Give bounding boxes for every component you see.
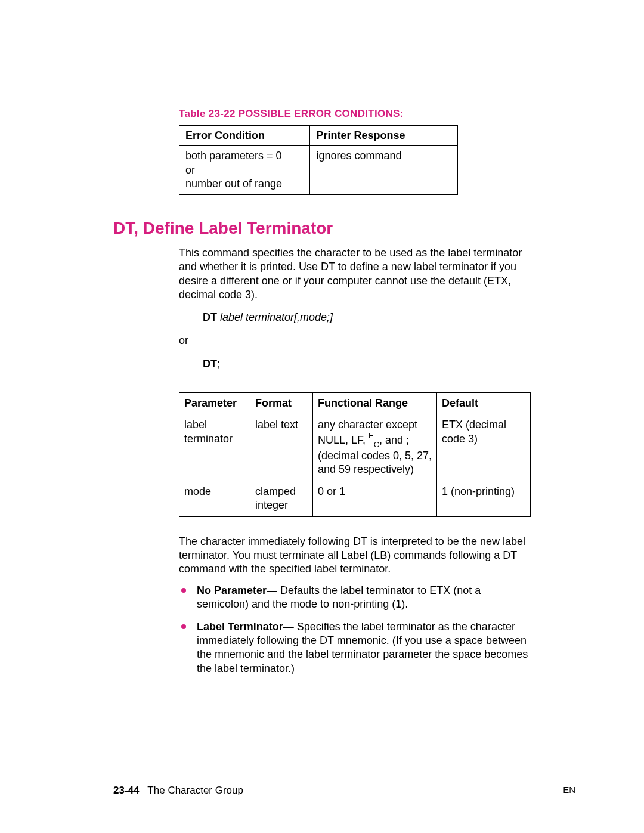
bullet-bold: No Parameter xyxy=(197,584,267,596)
table-row: both parameters = 0 or number out of ran… xyxy=(179,146,458,194)
th-printer-response: Printer Response xyxy=(310,126,458,146)
syntax-keyword: DT xyxy=(203,311,217,323)
cell-format: clamped integer xyxy=(250,481,313,516)
footer-right: EN xyxy=(563,784,575,796)
body-paragraph: The character immediately following DT i… xyxy=(179,535,531,577)
syntax-tail: ; xyxy=(217,358,220,370)
intro-paragraph: This command specifies the character to … xyxy=(179,246,531,302)
syntax-line-1: DT label terminator[,mode;] xyxy=(203,311,575,324)
cell-default: 1 (non-printing) xyxy=(437,481,531,516)
syntax-line-2: DT; xyxy=(203,357,575,371)
table-row: label terminator label text any characte… xyxy=(179,414,531,481)
document-page: Table 23-22 POSSIBLE ERROR CONDITIONS: E… xyxy=(0,0,644,833)
list-item: No Parameter— Defaults the label termina… xyxy=(179,584,531,612)
bullet-list: No Parameter— Defaults the label termina… xyxy=(179,584,531,676)
cell-error-condition: both parameters = 0 or number out of ran… xyxy=(179,146,310,194)
cell-range: any character except NULL, LF, EC, and ;… xyxy=(312,414,436,481)
section-heading: DT, Define Label Terminator xyxy=(113,218,575,239)
bullet-bold: Label Terminator xyxy=(197,621,283,633)
esc-superscript: E xyxy=(369,431,374,440)
th-parameter: Parameter xyxy=(179,392,250,414)
table-row: mode clamped integer 0 or 1 1 (non-print… xyxy=(179,481,531,516)
syntax-params: label terminator[,mode;] xyxy=(217,311,333,323)
page-footer: 23-44 The Character Group EN xyxy=(113,784,575,797)
footer-title-text: The Character Group xyxy=(147,785,243,796)
cell-parameter: mode xyxy=(179,481,250,516)
cell-default: ETX (decimal code 3) xyxy=(437,414,531,481)
list-item: Label Terminator— Specifies the label te… xyxy=(179,620,531,676)
esc-subscript: C xyxy=(374,440,379,449)
th-functional-range: Functional Range xyxy=(312,392,436,414)
error-conditions-table: Error Condition Printer Response both pa… xyxy=(179,125,458,195)
table-header-row: Error Condition Printer Response xyxy=(179,126,458,146)
th-error-condition: Error Condition xyxy=(179,126,310,146)
cell-range: 0 or 1 xyxy=(312,481,436,516)
cell-printer-response: ignores command xyxy=(310,146,458,194)
parameter-table: Parameter Format Functional Range Defaul… xyxy=(179,392,531,517)
footer-title xyxy=(142,785,147,796)
or-text: or xyxy=(179,334,575,348)
page-number: 23-44 xyxy=(113,785,139,796)
th-format: Format xyxy=(250,392,313,414)
table-header-row: Parameter Format Functional Range Defaul… xyxy=(179,392,531,414)
table-caption: Table 23-22 POSSIBLE ERROR CONDITIONS: xyxy=(179,107,575,120)
syntax-keyword: DT xyxy=(203,358,217,370)
th-default: Default xyxy=(437,392,531,414)
cell-format: label text xyxy=(250,414,313,481)
cell-parameter: label terminator xyxy=(179,414,250,481)
